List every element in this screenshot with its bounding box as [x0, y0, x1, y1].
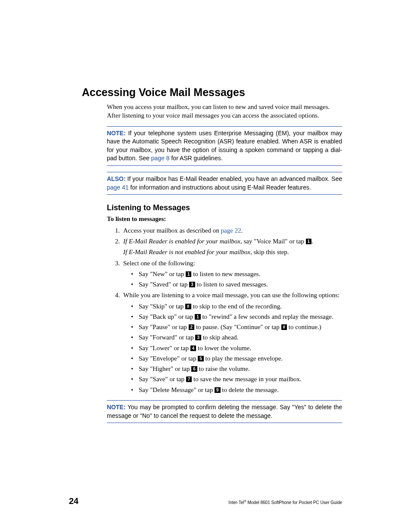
keypad-icon: 9	[215, 387, 221, 393]
step-text: , say "Voice Mail" or tap	[240, 238, 306, 245]
keypad-icon: #	[185, 304, 191, 309]
item-text: Say "Lower" or tap	[139, 345, 190, 352]
keypad-icon: 7	[186, 376, 192, 382]
procedure-lead: To listen to messages:	[107, 215, 342, 224]
item-text: to lower the volume.	[196, 345, 251, 352]
keypad-icon: 3	[195, 335, 201, 340]
also-block: ALSO: If your mailbox has E-Mail Reader …	[107, 172, 342, 195]
keypad-icon: 1	[195, 314, 201, 320]
step-text: Access your mailbox as described on	[123, 227, 221, 234]
page-title: Accessing Voice Mail Messages	[82, 86, 342, 99]
step-text: If E-Mail Reader is not enabled for your…	[123, 249, 250, 255]
list-item: Say "Delete Message" or tap 9 to delete …	[131, 386, 342, 394]
keypad-icon: 5	[198, 356, 204, 361]
keypad-icon: 1	[186, 271, 192, 277]
page-link[interactable]: page 41	[107, 184, 129, 191]
list-item: Say "Pause" or tap 2 to pause. (Say "Con…	[131, 323, 342, 331]
note-text: If your telephone system uses Enterprise…	[107, 130, 342, 162]
note-text: If your mailbox has E-Mail Reader enable…	[126, 175, 342, 182]
item-text: to play the message envelope.	[204, 355, 283, 362]
item-text: Say "Save" or tap	[139, 376, 186, 383]
note-label: NOTE:	[107, 404, 126, 411]
document-page: Accessing Voice Mail Messages When you a…	[0, 0, 411, 532]
list-item: Say "Lower" or tap 4 to lower the volume…	[131, 344, 342, 352]
item-text: Say "Pause" or tap	[139, 324, 189, 330]
sub-list: Say "Skip" or tap # to skip to the end o…	[131, 302, 342, 394]
step-text: While you are listening to a voice mail …	[123, 292, 339, 299]
item-text: to delete the message.	[221, 386, 279, 393]
list-item: Say "Back up" or tap 1 to "rewind" a few…	[131, 312, 342, 321]
step: Access your mailbox as described on page…	[121, 226, 342, 235]
keypad-icon: #	[281, 324, 287, 330]
item-text: to "rewind" a few seconds and replay the…	[201, 313, 333, 320]
note-text: for ASR guidelines.	[170, 155, 223, 162]
item-text: Say "Higher" or tap	[139, 365, 191, 372]
item-text: Say "Envelope" or tap	[139, 355, 198, 362]
item-text: Say "Back up" or tap	[139, 313, 195, 320]
item-text: to listen to new messages.	[191, 271, 260, 277]
content-block: When you access your mailbox, you can li…	[107, 103, 342, 423]
item-text: Say "Delete Message" or tap	[139, 386, 215, 393]
note-block: NOTE: If your telephone system uses Ente…	[107, 126, 342, 166]
keypad-icon: 6	[191, 366, 197, 372]
note-text: for information and instructions about u…	[129, 184, 311, 191]
item-text: to raise the volume.	[197, 365, 250, 372]
footer-doc-title: Inter-Tel® Model 8601 SoftPhone for Pock…	[228, 500, 342, 505]
item-text: Say "Forward" or tap	[139, 334, 195, 341]
keypad-icon: 2	[189, 324, 195, 330]
sub-list: Say "New" or tap 1 to listen to new mess…	[131, 270, 342, 289]
step: Select one of the following: Say "New" o…	[121, 259, 342, 289]
step-text: Select one of the following:	[123, 260, 195, 267]
note-block: NOTE: You may be prompted to confirm del…	[107, 400, 342, 423]
item-text: Say "New" or tap	[139, 271, 186, 277]
item-text: to listen to saved messages.	[195, 281, 268, 288]
list-item: Say "New" or tap 1 to listen to new mess…	[131, 270, 342, 278]
item-text: to save the new message in your mailbox.	[192, 376, 302, 383]
item-text: to skip to the end of the recording.	[191, 303, 282, 310]
keypad-icon: 3	[189, 282, 195, 287]
step-text: .	[241, 227, 243, 234]
page-link[interactable]: page 8	[151, 155, 170, 162]
intro-paragraph: When you access your mailbox, you can li…	[107, 103, 342, 120]
also-label: ALSO:	[107, 175, 126, 182]
step: If E-Mail Reader is enabled for your mai…	[121, 237, 342, 257]
page-link[interactable]: page 22	[221, 227, 241, 234]
keypad-icon: 1	[306, 239, 312, 244]
keypad-icon: 4	[190, 345, 196, 351]
step-text: .	[311, 238, 313, 245]
list-item: Say "Envelope" or tap 5 to play the mess…	[131, 354, 342, 363]
item-text: to pause. (Say "Continue" or tap	[194, 324, 281, 330]
footer-text: Inter-Tel	[228, 500, 244, 505]
step-text: If E-Mail Reader is enabled for your mai…	[123, 238, 240, 245]
note-text: You may be prompted to confirm deleting …	[107, 404, 342, 419]
step-text: , skip this step.	[250, 249, 289, 255]
item-text: Say "Skip" or tap	[139, 303, 185, 310]
list-item: Say "Higher" or tap 6 to raise the volum…	[131, 364, 342, 373]
list-item: Say "Save" or tap 7 to save the new mess…	[131, 375, 342, 383]
list-item: Say "Saved" or tap 3 to listen to saved …	[131, 280, 342, 289]
step-list: Access your mailbox as described on page…	[107, 226, 342, 394]
page-footer: 24 Inter-Tel® Model 8601 SoftPhone for P…	[69, 496, 342, 506]
subheading: Listening to Messages	[107, 203, 342, 212]
page-number: 24	[69, 496, 78, 506]
list-item: Say "Forward" or tap 3 to skip ahead.	[131, 333, 342, 342]
item-text: Say "Saved" or tap	[139, 281, 189, 288]
item-text: to skip ahead.	[201, 334, 239, 341]
step: While you are listening to a voice mail …	[121, 291, 342, 394]
list-item: Say "Skip" or tap # to skip to the end o…	[131, 302, 342, 311]
footer-text: Model 8601 SoftPhone for Pocket PC User …	[246, 500, 342, 505]
note-label: NOTE:	[107, 130, 126, 137]
item-text: to continue.)	[287, 324, 321, 330]
